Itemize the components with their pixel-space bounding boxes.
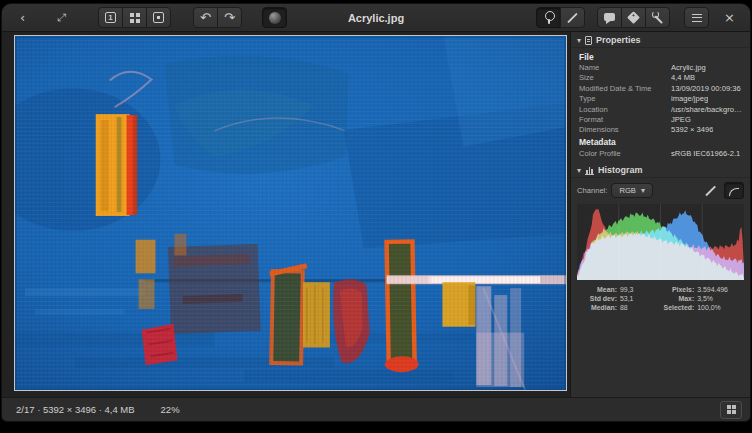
stat-median: Median: 88 [575, 303, 650, 312]
prop-row-size: Size 4,4 MB [571, 73, 750, 83]
rotate-right-icon: ↷ [224, 11, 235, 24]
displayed-image[interactable] [14, 35, 567, 391]
comment-icon [604, 13, 615, 21]
back-button[interactable]: ‹ [10, 7, 35, 28]
stat-pixels: Pixels: 3.594.496 [650, 285, 746, 294]
expander-icon: ▾ [577, 36, 581, 45]
histogram-plot [577, 204, 744, 280]
app-window: Acrylic.jpg ‹ ⤢ 1 ↶ [2, 4, 750, 421]
tags-button[interactable] [621, 7, 646, 28]
prop-row-color-profile: Color Profile sRGB IEC61966-2.1 [571, 149, 750, 159]
file-section-title: File [571, 50, 750, 63]
prop-row-name: Name Acrylic.jpg [571, 63, 750, 73]
wrench-icon [651, 11, 664, 24]
edit-file-button[interactable] [560, 7, 585, 28]
zoom-fit-icon [130, 13, 134, 17]
histogram-header-label: Histogram [598, 165, 643, 175]
prop-row-type: Type image/jpeg [571, 94, 750, 104]
comment-button[interactable] [597, 7, 622, 28]
color-sphere-icon [269, 12, 281, 24]
chevron-down-icon: ▾ [641, 186, 645, 195]
headerbar: Acrylic.jpg ‹ ⤢ 1 ↶ [2, 4, 750, 32]
properties-header-label: Properties [596, 35, 641, 45]
histogram-stats: Mean: 99,3 Std dev: 53,1 Median: 88 Pixe… [571, 284, 750, 313]
rotate-right-button[interactable]: ↷ [217, 7, 242, 28]
expander-icon: ▾ [577, 166, 581, 175]
channel-selected-value: RGB [619, 186, 635, 195]
stat-stddev: Std dev: 53,1 [575, 294, 650, 303]
image-viewer-area [2, 32, 570, 397]
fullscreen-icon: ⤢ [57, 12, 66, 23]
sidebar: ▾ Properties File Name Acrylic.jpg Size … [570, 32, 750, 397]
histogram-log-button[interactable] [724, 182, 744, 199]
close-button[interactable]: × [717, 7, 742, 28]
linear-scale-icon [705, 185, 716, 196]
pencil-icon [566, 11, 579, 24]
close-icon: × [724, 11, 735, 24]
prop-row-modified: Modified Date & Time 13/09/2019 00:09:36 [571, 84, 750, 94]
zoom-fit-width-button[interactable] [146, 7, 171, 28]
histogram-controls: Channel: RGB ▾ [571, 178, 750, 202]
stat-max: Max: 3,5% [650, 294, 746, 303]
prop-row-dimensions: Dimensions 5392 × 3496 [571, 125, 750, 135]
prop-row-location: Location /usr/share/background… [571, 105, 750, 115]
status-file-info: 2/17 · 5392 × 3496 · 4,4 MB [16, 404, 135, 415]
zoom-original-icon: 1 [105, 12, 116, 23]
color-adjust-button[interactable] [262, 7, 287, 28]
view-properties-toggle[interactable] [536, 7, 561, 28]
document-icon [585, 36, 592, 45]
hamburger-menu-icon [692, 14, 702, 22]
stat-selected: Selected: 100,0% [650, 303, 746, 312]
histogram-icon [585, 166, 594, 175]
zoom-original-button[interactable]: 1 [98, 7, 123, 28]
rotate-left-icon: ↶ [200, 11, 211, 24]
zoom-fit-button[interactable] [122, 7, 147, 28]
properties-list: File Name Acrylic.jpg Size 4,4 MB Modifi… [571, 48, 750, 162]
channel-label: Channel: [577, 186, 607, 195]
grid-view-icon [727, 405, 731, 409]
zoom-level-indicator[interactable]: 22% [161, 404, 180, 415]
fullscreen-button[interactable]: ⤢ [49, 7, 74, 28]
prop-row-format: Format JPEG [571, 115, 750, 125]
metadata-section-title: Metadata [571, 136, 750, 149]
menu-button[interactable] [684, 7, 709, 28]
tag-icon [627, 11, 640, 24]
channel-dropdown[interactable]: RGB ▾ [611, 183, 652, 198]
histogram-linear-button[interactable] [700, 182, 720, 199]
painting-acrylic [15, 36, 566, 390]
zoom-fit-width-icon [153, 12, 164, 23]
statusbar: 2/17 · 5392 × 3496 · 4,4 MB 22% [2, 397, 750, 421]
histogram-chart [577, 204, 744, 280]
rotate-left-button[interactable]: ↶ [193, 7, 218, 28]
tools-button[interactable] [645, 7, 670, 28]
histogram-panel-header[interactable]: ▾ Histogram [571, 162, 750, 178]
stat-mean: Mean: 99,3 [575, 285, 650, 294]
properties-panel-header[interactable]: ▾ Properties [571, 32, 750, 48]
back-icon: ‹ [20, 11, 25, 24]
pin-icon [543, 11, 555, 24]
show-thumbnails-button[interactable] [720, 401, 742, 419]
log-scale-icon [729, 188, 739, 196]
